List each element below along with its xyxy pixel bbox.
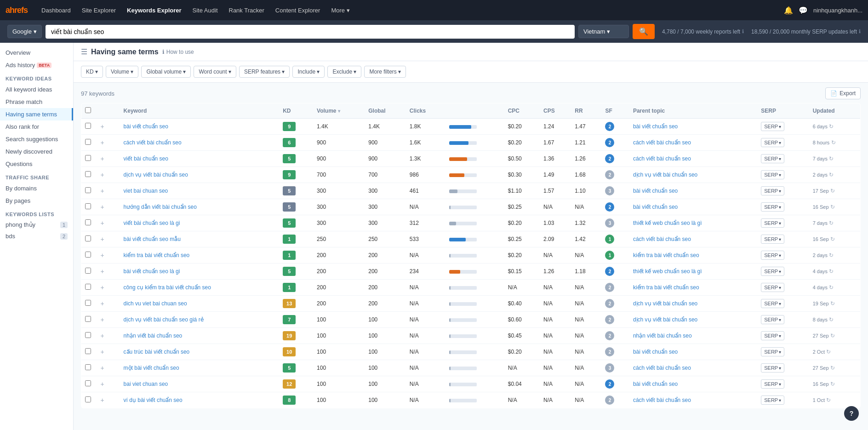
refresh-icon-16[interactable]: ↻	[830, 381, 835, 387]
parent-link-13[interactable]: nhận viết bài chuẩn seo	[633, 333, 692, 339]
search-input[interactable]	[46, 25, 575, 39]
row-add-11[interactable]: +	[95, 296, 120, 312]
row-add-6[interactable]: +	[95, 215, 120, 231]
parent-link-5[interactable]: bài viết chuẩn seo	[633, 204, 678, 210]
message-icon[interactable]: 💬	[799, 6, 808, 15]
row-add-14[interactable]: +	[95, 344, 120, 360]
sidebar-item-search-suggestions[interactable]: Search suggestions	[0, 133, 73, 145]
keyword-link-0[interactable]: bài viết chuẩn seo	[124, 123, 168, 130]
keyword-link-14[interactable]: cấu trúc bài viết chuẩn seo	[124, 349, 190, 355]
row-select-2[interactable]	[85, 155, 91, 161]
parent-link-14[interactable]: bài viết chuẩn seo	[633, 349, 678, 355]
col-kd[interactable]: KD	[279, 103, 313, 119]
serp-btn-8[interactable]: SERP ▾	[761, 251, 784, 260]
keyword-link-1[interactable]: cách viết bài chuẩn seo	[124, 139, 182, 146]
serp-btn-2[interactable]: SERP ▾	[761, 154, 784, 163]
nav-content-explorer[interactable]: Content Explorer	[271, 5, 325, 16]
sidebar-item-overview[interactable]: Overview	[0, 46, 73, 59]
nav-site-audit[interactable]: Site Audit	[188, 5, 223, 16]
row-select-9[interactable]	[85, 268, 91, 274]
sidebar-item-phrase-match[interactable]: Phrase match	[0, 96, 73, 108]
row-add-12[interactable]: +	[95, 312, 120, 328]
keyword-link-10[interactable]: công cụ kiểm tra bài viết chuẩn seo	[124, 284, 211, 291]
keyword-link-11[interactable]: dich vu viet bai chuan seo	[124, 300, 187, 307]
nav-more[interactable]: More ▾	[326, 5, 354, 16]
refresh-icon-14[interactable]: ↻	[826, 349, 831, 355]
sidebar-list-item-1[interactable]: bds 2	[0, 230, 73, 242]
parent-link-3[interactable]: dịch vụ viết bài chuẩn seo	[633, 172, 697, 178]
keyword-link-4[interactable]: viet bai chuan seo	[124, 188, 168, 194]
row-select-12[interactable]	[85, 316, 91, 322]
parent-link-15[interactable]: cách viết bài chuẩn seo	[633, 365, 691, 371]
search-button[interactable]: 🔍	[633, 24, 655, 39]
parent-link-12[interactable]: dịch vụ viết bài chuẩn seo	[633, 316, 697, 323]
row-select-10[interactable]	[85, 284, 91, 290]
row-add-5[interactable]: +	[95, 199, 120, 215]
nav-site-explorer[interactable]: Site Explorer	[77, 5, 120, 16]
serp-btn-14[interactable]: SERP ▾	[761, 347, 784, 356]
refresh-icon-5[interactable]: ↻	[830, 204, 835, 210]
serp-btn-10[interactable]: SERP ▾	[761, 283, 784, 292]
row-select-3[interactable]	[85, 171, 91, 177]
refresh-icon-3[interactable]: ↻	[829, 172, 834, 178]
row-select-11[interactable]	[85, 300, 91, 306]
col-keyword[interactable]: Keyword	[120, 103, 280, 119]
filter-volume[interactable]: Volume ▾	[106, 66, 138, 78]
row-select-4[interactable]	[85, 187, 91, 193]
refresh-icon-9[interactable]: ↻	[829, 268, 834, 275]
sidebar-item-also-rank-for[interactable]: Also rank for	[0, 120, 73, 133]
row-select-6[interactable]	[85, 219, 91, 225]
monthly-help-icon[interactable]: ℹ	[859, 29, 861, 34]
filter-word-count[interactable]: Word count ▾	[194, 66, 236, 78]
serp-btn-9[interactable]: SERP ▾	[761, 267, 784, 276]
keyword-link-12[interactable]: dịch vụ viết bài chuẩn seo giá rẻ	[124, 316, 204, 323]
refresh-icon-1[interactable]: ↻	[831, 139, 836, 146]
col-parent-topic[interactable]: Parent topic	[629, 103, 757, 119]
serp-btn-7[interactable]: SERP ▾	[761, 235, 784, 244]
keyword-link-8[interactable]: kiểm tra bài viết chuẩn seo	[124, 252, 190, 258]
row-select-8[interactable]	[85, 252, 91, 258]
serp-btn-6[interactable]: SERP ▾	[761, 218, 784, 228]
row-add-3[interactable]: +	[95, 167, 120, 183]
sidebar-item-having-same-terms[interactable]: Having same terms	[0, 108, 73, 120]
user-menu[interactable]: ninhquangkhanh...	[813, 7, 862, 14]
keyword-link-7[interactable]: bài viết chuẩn seo mẫu	[124, 236, 181, 242]
parent-link-16[interactable]: bài viết chuẩn seo	[633, 381, 678, 387]
weekly-help-icon[interactable]: ℹ	[742, 29, 744, 34]
filter-more[interactable]: More filters ▾	[364, 66, 406, 78]
col-global[interactable]: Global	[365, 103, 406, 119]
keyword-link-2[interactable]: viết bài chuẩn seo	[124, 155, 168, 162]
col-volume[interactable]: Volume ▾	[313, 103, 365, 119]
row-add-1[interactable]: +	[95, 135, 120, 151]
parent-link-1[interactable]: cách viết bài chuẩn seo	[633, 139, 691, 146]
nav-rank-tracker[interactable]: Rank Tracker	[224, 5, 269, 16]
refresh-icon-15[interactable]: ↻	[830, 365, 835, 371]
country-select[interactable]: Vietnam ▾	[578, 25, 629, 38]
filter-include[interactable]: Include ▾	[292, 66, 325, 78]
refresh-icon-0[interactable]: ↻	[829, 123, 834, 130]
keyword-link-17[interactable]: ví dụ bài viết chuẩn seo	[124, 397, 183, 403]
parent-link-2[interactable]: cách viết bài chuẩn seo	[633, 155, 691, 162]
row-add-2[interactable]: +	[95, 151, 120, 167]
row-add-0[interactable]: +	[95, 119, 120, 135]
parent-link-7[interactable]: cách viết bài chuẩn seo	[633, 236, 691, 242]
parent-link-6[interactable]: thiết kế web chuẩn seo là gì	[633, 220, 702, 226]
filter-kd[interactable]: KD ▾	[81, 66, 103, 78]
help-bubble[interactable]: ?	[844, 406, 859, 421]
select-all-checkbox[interactable]	[85, 107, 91, 113]
sidebar-list-item-0[interactable]: phong thủy 1	[0, 219, 73, 230]
col-sf[interactable]: SF	[601, 103, 629, 119]
row-select-0[interactable]	[85, 123, 91, 129]
keyword-link-15[interactable]: một bài viết chuẩn seo	[124, 365, 179, 371]
parent-link-17[interactable]: cách viết bài chuẩn seo	[633, 397, 691, 403]
refresh-icon-4[interactable]: ↻	[830, 188, 835, 194]
refresh-icon-11[interactable]: ↻	[830, 300, 835, 307]
export-button[interactable]: 📄 Export	[825, 87, 861, 99]
how-to-use-link[interactable]: ℹ How to use	[162, 49, 194, 55]
sidebar-item-newly-discovered[interactable]: Newly discovered	[0, 145, 73, 158]
filter-serp-features[interactable]: SERP features ▾	[239, 66, 290, 78]
parent-link-10[interactable]: kiểm tra bài viết chuẩn seo	[633, 284, 699, 291]
parent-link-8[interactable]: kiểm tra bài viết chuẩn seo	[633, 252, 699, 258]
parent-link-11[interactable]: dịch vụ viết bài chuẩn seo	[633, 300, 697, 307]
parent-link-4[interactable]: bài viết chuẩn seo	[633, 188, 678, 194]
